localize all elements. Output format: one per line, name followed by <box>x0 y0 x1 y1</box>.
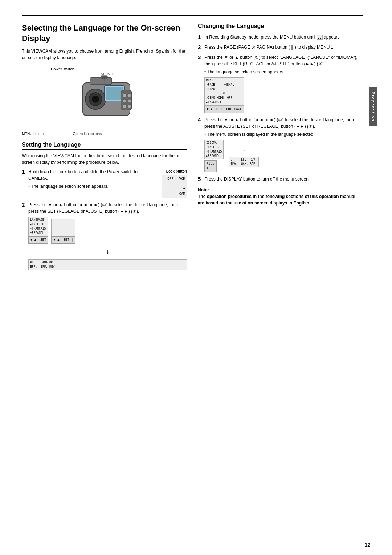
lcd-screen-1: LANGUAGE►ENGLISH•FRANCAIS•ESPAÑOL ▼ ▲ SE… <box>28 217 48 244</box>
svg-point-14 <box>127 99 131 103</box>
idioma-arrow-final: ↓ EF. EF. REV.IMA. GAM. RAP. <box>229 140 258 167</box>
operation-buttons-label: Operation buttons <box>73 132 102 136</box>
step-2-main-text: Press the ▼ or ▲ button (◄◄ or ►) (①) to… <box>28 202 178 214</box>
step-2-diagrams: LANGUAGE►ENGLISH•FRANCAIS•ESPAÑOL ▼ ▲ SE… <box>28 217 187 270</box>
step-4-right-number: 4 <box>198 117 204 123</box>
svg-text:OFF VCR: OFF VCR <box>101 73 113 75</box>
menu1-lcd: MENU 1•FADE NORMAL•REMOTE ON•DEMO MODE O… <box>204 77 244 106</box>
step-3-right-number: 3 <box>198 54 204 60</box>
two-col-layout: Selecting the Language for the On-screen… <box>22 23 363 276</box>
idioma-diagram-wrap: IDIOMA•ENGLISH•FRANCAIS►ESPAÑOL AJUSTE <box>204 140 363 172</box>
lock-diagram: OFF VCR▼CAM <box>162 175 187 198</box>
page-number: 12 <box>364 542 370 548</box>
changing-heading: Changing the Language <box>198 23 363 31</box>
setting-heading: Setting the Language <box>22 142 187 150</box>
final-idioma-lcd: EF. EF. REV.IMA. GAM. RAP. <box>229 157 258 167</box>
final-screen-left: PIC. GAMA OK.EFF. EFF. REW <box>28 259 187 270</box>
step-4-right-text: Press the ▼ or ▲ button (◄◄ or ►) (①) to… <box>204 117 363 172</box>
lcd-screen-2: ▼ ▲ SET | <box>51 219 75 244</box>
right-column: Changing the Language 1 In Recording Sta… <box>198 23 363 276</box>
step-2-number: 2 <box>22 202 28 208</box>
main-title: Selecting the Language for the On-screen… <box>22 23 187 44</box>
step-3-right-bullets: The language selection screen appears. <box>204 69 363 75</box>
step-5-right-text: Press the DISPLAY button to turn off the… <box>204 176 363 182</box>
lcd-text-2 <box>51 219 75 236</box>
step-5-right: 5 Press the DISPLAY button to turn off t… <box>198 176 363 182</box>
step-1-right: 1 In Recording Standby mode, press the M… <box>198 34 363 40</box>
camera-svg: OFF VCR <box>65 72 144 130</box>
step-1-main-text: Hold down the Lock button and slide the … <box>28 169 138 181</box>
note-text: The operation procedures in the followin… <box>198 194 355 206</box>
step-2-text: Press the ▼ or ▲ button (◄◄ or ►) (①) to… <box>28 202 187 270</box>
left-column: Selecting the Language for the On-screen… <box>22 23 187 276</box>
step-2-right-text: Press the PAGE (PAGE or PAGINA) button (… <box>204 44 363 50</box>
camera-diagram: Power switch <box>22 67 187 136</box>
step-2-left: 2 Press the ▼ or ▲ button (◄◄ or ►) (①) … <box>22 202 187 270</box>
step-1-left: 1 Hold down the Lock button and slide th… <box>22 169 187 198</box>
step-4-right-bullets: The menu screen is displayed in the lang… <box>204 131 363 138</box>
step-3-right: 3 Press the ▼ or ▲ button (①) to select … <box>198 54 363 113</box>
power-switch-label: Power switch <box>51 67 74 71</box>
step-1-right-number: 1 <box>198 34 204 40</box>
idioma-screen: IDIOMA•ENGLISH•FRANCAIS►ESPAÑOL AJUSTE <box>204 140 224 172</box>
setting-language-section: Setting the Language When using the VIEW… <box>22 142 187 270</box>
svg-point-3 <box>92 96 99 103</box>
side-preparation-tab: Preparation <box>369 87 377 126</box>
svg-rect-6 <box>90 77 112 85</box>
step-4-right-main: Press the ▼ or ▲ button (◄◄ or ►) (①) to… <box>204 117 354 129</box>
step-4-bullet: The menu screen is displayed in the lang… <box>204 131 363 138</box>
top-rule <box>22 15 363 16</box>
menu1-diagram: MENU 1•FADE NORMAL•REMOTE ON•DEMO MODE O… <box>204 77 363 113</box>
note-label: Note: <box>198 187 209 193</box>
idioma-lcd: IDIOMA•ENGLISH•FRANCAIS►ESPAÑOL <box>204 140 224 159</box>
lcd-text-1: LANGUAGE►ENGLISH•FRANCAIS•ESPAÑOL <box>28 217 48 236</box>
step-3-bullet: The language selection screen appears. <box>204 69 363 75</box>
step-2-right: 2 Press the PAGE (PAGE or PAGINA) button… <box>198 44 363 50</box>
svg-point-12 <box>127 94 131 97</box>
step-1-right-text: In Recording Standby mode, press the MEN… <box>204 34 363 40</box>
svg-point-16 <box>127 105 131 108</box>
ctrl-row-2: ▼ ▲ SET | <box>51 236 75 244</box>
step-5-right-number: 5 <box>198 176 204 182</box>
step-2-right-main: Press the PAGE (PAGE or PAGINA) button (… <box>204 45 335 50</box>
step-3-right-main: Press the ▼ or ▲ button (①) to select "L… <box>204 55 358 66</box>
step-2-right-number: 2 <box>198 44 204 50</box>
intro-text: This VIEWCAM allows you to choose from a… <box>22 48 187 61</box>
idioma-lcd-wrap: IDIOMA•ENGLISH•FRANCAIS►ESPAÑOL AJUSTE <box>204 140 224 172</box>
step-1-bullet-1: The language selection screen appears. <box>28 183 154 190</box>
step-1-bullets: The language selection screen appears. <box>28 183 154 190</box>
lock-button-label: Lock button <box>158 169 187 174</box>
menu-button-label: MENU button <box>22 132 44 136</box>
down-arrow-right: ↓ <box>242 143 245 154</box>
diagram-set-1: LANGUAGE►ENGLISH•FRANCAIS•ESPAÑOL ▼ ▲ SE… <box>28 217 187 244</box>
note-box: Note: The operation procedures in the fo… <box>198 187 363 206</box>
page-container: Selecting the Language for the On-screen… <box>22 15 370 276</box>
down-arrow-left: ↓ <box>28 247 187 256</box>
step-1-right-main: In Recording Standby mode, press the MEN… <box>204 35 341 40</box>
note-content: Note: The operation procedures in the fo… <box>198 187 363 206</box>
step-4-right: 4 Press the ▼ or ▲ button (◄◄ or ►) (①) … <box>198 117 363 172</box>
menu1-screen: MENU 1•FADE NORMAL•REMOTE ON•DEMO MODE O… <box>204 77 244 113</box>
idioma-ctrl: AJUSTE <box>204 160 217 172</box>
setting-intro: When using the VIEWCAM for the first tim… <box>22 153 187 166</box>
svg-point-15 <box>123 105 126 108</box>
final-lcd: PIC. GAMA OK.EFF. EFF. REW <box>28 259 187 270</box>
svg-point-11 <box>123 94 126 97</box>
step-1-text: Hold down the Lock button and slide the … <box>28 169 187 198</box>
menu1-ctrl: ▼ ▲ SET TURE PAGE <box>204 106 244 113</box>
main-content: Selecting the Language for the On-screen… <box>22 15 370 276</box>
ctrl-row-1: ▼ ▲ SET <box>28 236 48 244</box>
svg-point-13 <box>123 99 126 103</box>
step-3-right-text: Press the ▼ or ▲ button (①) to select "L… <box>204 54 363 113</box>
step-1-number: 1 <box>22 169 28 175</box>
